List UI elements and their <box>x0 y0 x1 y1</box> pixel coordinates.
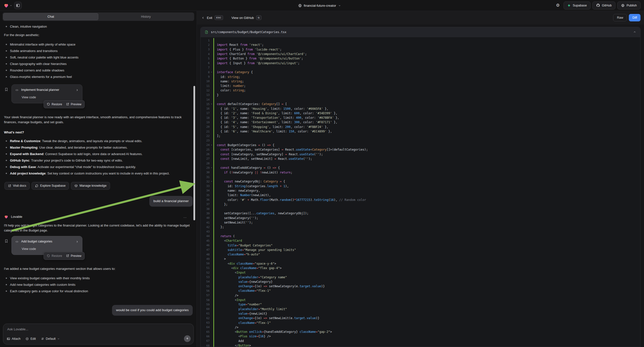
code-line: 67 Add <box>201 339 640 343</box>
code-line: 27 const [newLimit, setNewLimit] = React… <box>201 156 640 161</box>
lovable-app-window: financial-future-creator ⚙ Supabase GitH… <box>0 0 644 347</box>
code-line: 15▾const defaultCategories: Category[] =… <box>201 102 640 106</box>
attach-button[interactable]: Attach <box>7 337 20 340</box>
assistant-name: Lovable <box>11 214 22 219</box>
diff-toggle-button[interactable]: Diff <box>629 14 640 22</box>
code-line: 17 { id: '2', name: 'Food & Dining', lim… <box>201 111 640 116</box>
user-message-bubble: build a financial planner <box>149 196 193 206</box>
code-line: 32▾ const newCategoryObj: Category = { <box>201 179 640 184</box>
supabase-label: Supabase <box>573 4 587 7</box>
chat-scrollbar-thumb[interactable] <box>194 86 195 220</box>
tab-chat[interactable]: Chat <box>3 13 98 20</box>
explore-supabase-button[interactable]: Explore Supabase <box>32 182 69 190</box>
list-item: Rounded corners and subtle shadows <box>4 68 193 72</box>
chevron-right-icon <box>76 88 79 92</box>
project-title: financial-future-creator <box>304 4 336 8</box>
code-line: 54 value={newCategory} <box>201 280 640 284</box>
restore-icon <box>47 254 50 258</box>
assistant-help-text: I'll help you add budget categories to t… <box>4 223 193 233</box>
image-icon <box>7 337 10 340</box>
publish-globe-icon <box>621 4 624 7</box>
raw-toggle-button[interactable]: Raw <box>613 14 627 22</box>
chevron-down-icon <box>57 338 60 340</box>
code-line: 19 { id: '4', name: 'Entertainment', lim… <box>201 120 640 124</box>
lovable-logo-menu[interactable] <box>4 3 12 8</box>
send-button[interactable] <box>184 335 191 342</box>
code-toolbar: Exit ESC View on GitHub G Raw Diff <box>197 11 644 24</box>
collapse-chevron-icon[interactable] <box>633 30 636 34</box>
code-line: 36 color: '#' + Math.floor(Math.random()… <box>201 198 640 202</box>
code-view-panel: Exit ESC View on GitHub G Raw Diff <box>197 11 644 347</box>
bookmark-icon[interactable] <box>4 87 8 92</box>
sidebar-toggle-button[interactable] <box>14 2 22 9</box>
file-added-icon <box>205 30 208 34</box>
code-line: 37 }; <box>201 202 640 206</box>
code-line: 58 <Input <box>201 298 640 302</box>
restore-button[interactable]: Restore <box>47 254 62 258</box>
code-line: 41 setNewLimit(''); <box>201 220 640 225</box>
project-title-menu[interactable]: financial-future-creator <box>298 0 341 11</box>
code-line: 34 name: newCategory, <box>201 188 640 193</box>
code-line: 12 color: string; <box>201 88 640 92</box>
chat-message-list[interactable]: Clean, intuitive navigation For the desi… <box>0 21 197 322</box>
code-line: 14 <box>201 97 640 102</box>
publish-button[interactable]: Publish <box>617 2 640 10</box>
list-item: Refine & Customize: Tweak the design, an… <box>4 138 193 144</box>
tab-history[interactable]: History <box>98 13 194 20</box>
code-icon <box>15 240 19 243</box>
code-line: 9 id: string; <box>201 74 640 79</box>
bookmark-icon[interactable] <box>4 239 8 243</box>
exit-button[interactable]: Exit ESC <box>202 16 223 20</box>
version-card-toolbar: Restore Preview <box>44 100 85 108</box>
list-item: Each category gets a unique color for vi… <box>4 289 193 293</box>
code-line: 23 <box>201 138 640 143</box>
supabase-button[interactable]: Supabase <box>564 2 590 10</box>
view-on-github-button[interactable]: View on GitHub G <box>232 16 262 20</box>
code-line: 3import { Plus } from 'lucide-react'; <box>201 47 640 52</box>
view-code-link[interactable]: View code <box>22 95 79 100</box>
file-header[interactable]: src/components/budget/BudgetCategories.t… <box>201 27 640 37</box>
assistant-header: Lovable … <box>4 214 193 220</box>
code-line: 49 > <box>201 257 640 261</box>
github-button[interactable]: GitHub <box>592 2 615 10</box>
visit-docs-button[interactable]: Visit docs <box>4 182 30 190</box>
code-line: 11 limit: number; <box>201 84 640 88</box>
code-line: 30 if (!newCategory || !newLimit) return… <box>201 170 640 175</box>
code-line: 4import ChartCard from '@/components/ui/… <box>201 52 640 56</box>
code-line: 57 /> <box>201 293 640 298</box>
view-code-link[interactable]: View code <box>22 247 79 252</box>
chat-panel: Chat History Clean, intuitive navigation… <box>0 11 197 347</box>
edit-mode-button[interactable]: Edit <box>26 337 36 340</box>
list-item: View existing budget categories with the… <box>4 276 193 280</box>
globe-icon <box>298 4 302 8</box>
composer[interactable]: Ask Lovable... Attach Edit Default <box>3 324 194 344</box>
code-line: 10 name: string; <box>201 79 640 84</box>
code-line: 7 <box>201 66 640 70</box>
settings-button[interactable]: ⚙ <box>554 2 562 9</box>
code-line: 6import { Input } from '@/components/ui/… <box>201 61 640 65</box>
more-menu-button[interactable]: … <box>183 214 187 220</box>
added-bullet-list: View existing budget categories with the… <box>4 276 193 293</box>
top-bar: financial-future-creator ⚙ Supabase GitH… <box>0 0 644 11</box>
publish-label: Publish <box>626 4 637 7</box>
code-line: 38 <box>201 206 640 211</box>
manage-knowledge-button[interactable]: Manage knowledge <box>71 182 110 190</box>
code-lines[interactable]: 12import React from 'react';3import { Pl… <box>201 37 640 347</box>
version-card-implement-financial-planner[interactable]: Implement financial planner View code Re… <box>12 84 82 103</box>
external-link-icon <box>66 102 69 106</box>
composer-input[interactable]: Ask Lovable... <box>3 324 194 331</box>
code-line: 26 const [newCategory, setNewCategory] =… <box>201 152 640 156</box>
code-line: 47 subtitle="Manage your spending limits… <box>201 248 640 252</box>
preview-button[interactable]: Preview <box>66 102 82 107</box>
restore-button[interactable]: Restore <box>47 102 62 107</box>
preview-button[interactable]: Preview <box>66 254 82 258</box>
code-line: 42 }; <box>201 225 640 229</box>
model-selector[interactable]: Default <box>41 337 60 340</box>
version-card-add-budget-categories[interactable]: Add budget categories View code Restore <box>12 236 82 255</box>
esc-key-badge: ESC <box>214 16 223 20</box>
chevron-left-icon <box>202 16 205 20</box>
code-line: 51 <div className="flex gap-4"> <box>201 266 640 270</box>
code-line: 29▾ const handleAddCategory = () => { <box>201 166 640 170</box>
code-line: 59 type="number" <box>201 302 640 307</box>
code-line: 65 <Button onClick={handleAddCategory} c… <box>201 330 640 334</box>
